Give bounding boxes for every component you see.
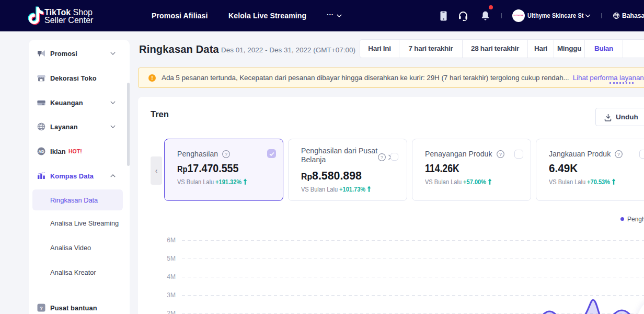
svg-text:?: ?: [617, 152, 620, 157]
svg-text:?: ?: [499, 152, 502, 157]
svg-text:AD: AD: [39, 149, 44, 153]
svg-text:?: ?: [381, 155, 383, 160]
svg-text:?: ?: [225, 152, 227, 157]
svg-text:?: ?: [40, 305, 43, 310]
